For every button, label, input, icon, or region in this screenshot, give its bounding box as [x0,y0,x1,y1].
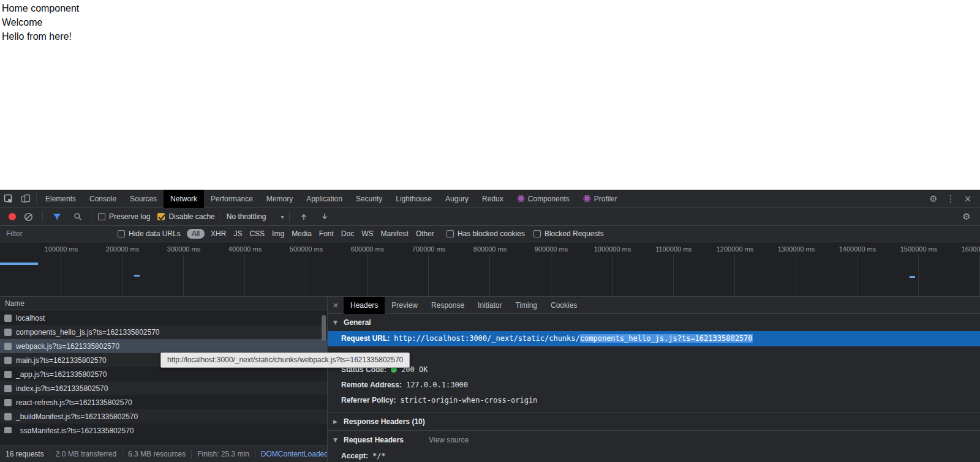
filter-type-other[interactable]: Other [412,229,438,238]
requests-count: 16 requests [0,450,50,458]
request-row[interactable]: components_hello_js.js?ts=1621335802570 [0,325,328,339]
general-section-title: General [344,318,371,327]
tab-profiler[interactable]: Profiler [576,190,624,208]
tab-profiler-label: Profiler [594,190,617,208]
divider [92,211,92,222]
filter-type-doc[interactable]: Doc [337,229,358,238]
filter-type-manifest[interactable]: Manifest [377,229,412,238]
filter-type-xhr[interactable]: XHR [207,229,230,238]
tab-security[interactable]: Security [349,190,389,208]
tab-elements[interactable]: Elements [39,190,83,208]
throttling-dropdown[interactable]: No throttling ▾ [227,212,284,221]
remote-address-value: 127.0.0.1:3000 [406,380,468,390]
timeline-column: 1000000 ms [551,242,612,296]
network-summary-bar: 16 requests 2.0 MB transferred 6.3 MB re… [0,445,328,462]
response-headers-section-header[interactable]: ▶ Response Headers (10) [328,412,980,430]
request-name: _ssgManifest.js?ts=1621335802570 [16,427,134,434]
export-har-icon[interactable] [316,212,333,221]
headers-panel: ▼ General Request URL: http://localhost:… [328,314,980,462]
hide-data-urls-label[interactable]: Hide data URLs [129,229,181,238]
request-row[interactable]: _ssgManifest.js?ts=1621335802570 [0,423,328,433]
request-row[interactable]: index.js?ts=1621335802570 [0,381,328,395]
request-headers-section-header[interactable]: ▼ Request Headers View source [328,430,980,449]
device-toolbar-icon[interactable] [17,190,34,207]
timeline-column: 1100000 ms [612,242,674,296]
tab-components[interactable]: Components [510,190,576,208]
blocked-requests-checkbox[interactable] [533,230,541,237]
dom-content-loaded[interactable]: DOMContentLoaded [255,450,328,458]
tab-application[interactable]: Application [300,190,349,208]
tab-console[interactable]: Console [83,190,123,208]
tab-augury[interactable]: Augury [439,190,475,208]
react-atom-icon [583,195,591,203]
details-tab-response[interactable]: Response [424,297,471,314]
hide-data-urls-checkbox[interactable] [118,230,125,237]
view-source-link[interactable]: View source [429,436,469,444]
settings-gear-icon[interactable]: ⚙ [925,193,942,204]
request-name: localhost [16,314,45,322]
chevron-down-icon: ▾ [281,214,284,220]
import-har-icon[interactable] [295,212,312,221]
tab-memory[interactable]: Memory [260,190,300,208]
tab-network[interactable]: Network [164,190,204,208]
filter-type-img[interactable]: Img [268,229,288,238]
divider [289,211,290,222]
request-url-selected-text: components_hello_js.js?ts=1621335802570 [580,334,753,343]
timeline-column: 1500000 ms [858,242,919,296]
filter-funnel-icon[interactable] [48,213,66,221]
request-row[interactable]: react-refresh.js?ts=1621335802570 [0,395,328,409]
filter-input[interactable] [5,229,114,239]
filter-type-js[interactable]: JS [230,229,246,238]
disable-cache-label[interactable]: Disable cache [168,212,214,221]
close-details-icon[interactable]: × [328,297,344,313]
tab-performance[interactable]: Performance [204,190,260,208]
has-blocked-cookies-checkbox[interactable] [447,230,454,237]
request-row[interactable]: _app.js?ts=1621335802570 [0,367,328,381]
referrer-policy-row: Referrer Policy: strict-origin-when-cros… [328,393,980,408]
timeline-tick-label: 1600000 ms [962,245,980,253]
filter-type-css[interactable]: CSS [246,229,268,238]
tab-sources[interactable]: Sources [123,190,164,208]
filter-type-media[interactable]: Media [288,229,315,238]
search-icon[interactable] [69,212,86,221]
request-name: components_hello_js.js?ts=1621335802570 [16,328,160,337]
details-tab-timing[interactable]: Timing [508,297,544,314]
file-icon [4,343,12,350]
filter-type-ws[interactable]: WS [358,229,377,238]
timeline-column: 400000 ms [184,242,245,296]
scrollbar-thumb[interactable] [322,315,326,341]
general-section-header[interactable]: ▼ General [328,314,980,331]
file-icon [4,315,12,322]
clear-network-log-icon[interactable] [20,212,37,222]
accept-header-label: Accept: [341,451,368,461]
has-blocked-cookies-label[interactable]: Has blocked cookies [458,229,525,238]
inspect-element-icon[interactable] [0,190,17,207]
devtools-tabbar: Elements Console Sources Network Perform… [0,190,980,208]
network-settings-gear-icon[interactable]: ⚙ [958,208,975,225]
filter-type-all[interactable]: All [187,229,205,239]
network-overview-timeline[interactable]: 100000 ms 200000 ms 300000 ms 400000 ms … [0,242,980,297]
details-tab-preview[interactable]: Preview [385,297,424,314]
request-url-row[interactable]: Request URL: http://localhost:3000/_next… [328,331,980,346]
details-tab-initiator[interactable]: Initiator [471,297,508,314]
request-row[interactable]: _buildManifest.js?ts=1621335802570 [0,409,328,423]
more-options-icon[interactable]: ⋮ [942,193,959,204]
preserve-log-label[interactable]: Preserve log [109,212,150,221]
tab-lighthouse[interactable]: Lighthouse [389,190,439,208]
filter-type-font[interactable]: Font [315,229,337,238]
details-tab-headers[interactable]: Headers [344,297,385,314]
file-icon [4,357,12,364]
tab-redux[interactable]: Redux [475,190,510,208]
request-row[interactable]: localhost [0,311,328,325]
details-tab-cookies[interactable]: Cookies [544,297,584,314]
record-network-log-icon[interactable] [9,213,16,220]
name-column-header[interactable]: Name [0,297,327,310]
request-url-label: Request URL: [341,333,390,344]
disable-cache-checkbox[interactable] [157,213,165,220]
preserve-log-checkbox[interactable] [98,213,105,220]
request-list: localhost components_hello_js.js?ts=1621… [0,311,328,433]
request-row-selected[interactable]: webpack.js?ts=1621335802570 [0,339,328,353]
blocked-requests-label[interactable]: Blocked Requests [545,229,604,238]
status-code-row: Status Code: 200 OK [328,362,980,378]
close-devtools-icon[interactable]: × [959,193,976,204]
